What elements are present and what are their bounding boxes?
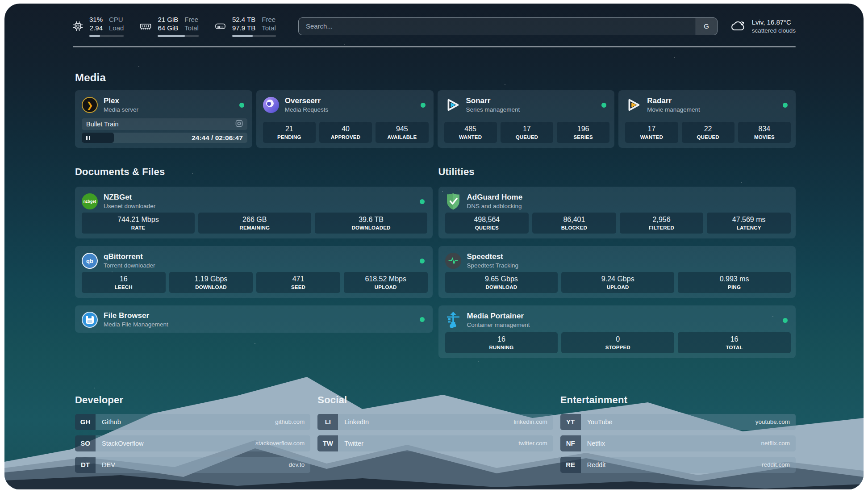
stat-value: 9.65 Gbps bbox=[447, 275, 556, 284]
stat-box: 1.19 Gbps DOWNLOAD bbox=[169, 272, 253, 293]
weather-location: Lviv, 16.87°C bbox=[752, 18, 796, 27]
app-card-sonarr[interactable]: Sonarr Series management 485 WANTED bbox=[438, 90, 615, 148]
app-card-overseerr[interactable]: Overseerr Media Requests 21 PENDING bbox=[256, 90, 434, 148]
stat-value: 9.24 Gbps bbox=[563, 275, 672, 284]
stat-label: STOPPED bbox=[563, 344, 672, 351]
stat-value: 40 bbox=[321, 125, 370, 134]
bookmark-row[interactable]: NF Netflix netflix.com bbox=[560, 435, 796, 451]
status-online-dot bbox=[783, 318, 788, 323]
status-online-dot bbox=[420, 199, 425, 204]
weather-condition: scattered clouds bbox=[752, 27, 796, 35]
bookmark-url: dev.to bbox=[289, 461, 305, 468]
stat-row: 9.65 Gbps DOWNLOAD 9.24 Gbps UPLOAD 0.99… bbox=[445, 272, 791, 293]
status-online-dot bbox=[421, 103, 426, 108]
stat-label: AVAILABLE bbox=[377, 134, 426, 141]
bookmark-name: DEV bbox=[102, 461, 115, 468]
bookmark-row[interactable]: TW Twitter twitter.com bbox=[317, 435, 553, 451]
stat-label: DOWNLOAD bbox=[171, 284, 251, 291]
app-card-filebrowser[interactable]: File Browser Media File Management bbox=[75, 305, 433, 333]
bookmark-row[interactable]: RE Reddit reddit.com bbox=[560, 457, 796, 473]
bookmark-row[interactable]: LI LinkedIn linkedin.com bbox=[317, 414, 553, 430]
stat-box: 618.52 Mbps UPLOAD bbox=[344, 272, 428, 293]
filebrowser-icon bbox=[82, 312, 98, 328]
stat-label: QUEUED bbox=[684, 134, 733, 141]
cpu-progress-fill bbox=[89, 35, 100, 37]
bookmark-abbr: TW bbox=[317, 435, 338, 451]
ram-free-value: 21 GiB bbox=[158, 15, 178, 24]
bookmark-row[interactable]: SO StackOverflow stackoverflow.com bbox=[75, 435, 310, 451]
pause-icon[interactable] bbox=[86, 136, 90, 140]
stat-value: 39.6 TB bbox=[317, 215, 426, 224]
app-card-qbittorrent[interactable]: qb qBittorrent Torrent downloader 16 LEE bbox=[75, 246, 433, 298]
stat-box: 39.6 TB DOWNLOADED bbox=[315, 213, 428, 234]
app-card-plex[interactable]: ❯ Plex Media server Bullet Train bbox=[75, 90, 252, 148]
bookmark-abbr: LI bbox=[317, 414, 338, 430]
stat-label: DOWNLOADED bbox=[317, 224, 426, 231]
bookmark-list: GH Github github.com SO StackOverflow st… bbox=[75, 414, 310, 473]
section-title-developer: Developer bbox=[75, 394, 310, 406]
app-card-nzbget[interactable]: nzbget NZBGet Usenet downloader 744.21 M… bbox=[75, 187, 433, 238]
section-title-media: Media bbox=[75, 71, 796, 84]
bookmark-url: youtube.com bbox=[755, 418, 790, 425]
playback-progress-bar[interactable]: 24:44 / 02:06:47 bbox=[82, 133, 247, 143]
disk-total-label: Total bbox=[262, 24, 276, 32]
search-engine-button[interactable]: G bbox=[696, 18, 717, 35]
stat-value: 744.21 Mbps bbox=[83, 215, 193, 224]
bookmark-list: LI LinkedIn linkedin.com TW Twitter twit… bbox=[317, 414, 553, 451]
stat-box: 266 GB REMAINING bbox=[198, 213, 311, 234]
stat-value: 1.19 Gbps bbox=[171, 275, 251, 284]
app-card-adguard[interactable]: AdGuard Home DNS and adblocking 498,564 … bbox=[438, 187, 796, 238]
app-description: Movie management bbox=[647, 106, 700, 114]
app-card-speedtest[interactable]: Speedtest Speedtest Tracking 9.65 Gbps D… bbox=[438, 246, 796, 298]
app-description: DNS and adblocking bbox=[467, 202, 523, 210]
bookmark-row[interactable]: GH Github github.com bbox=[75, 414, 310, 430]
documents-column: Documents & Files nzbget NZBGet Usenet d… bbox=[75, 158, 433, 358]
stat-value: 196 bbox=[559, 125, 608, 134]
stat-box: 485 WANTED bbox=[444, 122, 497, 143]
stat-row: 21 PENDING 40 APPROVED 945 AVAILABLE bbox=[263, 122, 429, 143]
status-online-dot bbox=[783, 103, 788, 108]
weather-widget[interactable]: Lviv, 16.87°C scattered clouds bbox=[730, 18, 796, 35]
stat-value: 16 bbox=[83, 275, 164, 284]
stat-row: 16 RUNNING 0 STOPPED 16 TOTAL bbox=[445, 332, 791, 353]
utilities-column: Utilities AdGuard Home bbox=[438, 158, 796, 358]
stat-label: UPLOAD bbox=[346, 284, 426, 291]
portainer-icon bbox=[445, 312, 461, 328]
stat-label: QUEUED bbox=[502, 134, 551, 141]
stat-value: 618.52 Mbps bbox=[346, 275, 426, 284]
bookmark-abbr: DT bbox=[75, 457, 96, 473]
disk-free-label: Free bbox=[262, 15, 276, 24]
stat-box: 834 MOVIES bbox=[738, 122, 791, 143]
ram-total-label: Total bbox=[184, 24, 199, 32]
cpu-load-value: 2.94 bbox=[89, 24, 103, 32]
app-name: Overseerr bbox=[285, 96, 329, 106]
stat-value: 17 bbox=[627, 125, 676, 134]
playback-progress-fill bbox=[82, 133, 114, 143]
overseerr-icon bbox=[263, 97, 279, 113]
stat-box: 196 SERIES bbox=[557, 122, 609, 143]
stat-box: 17 QUEUED bbox=[501, 122, 553, 143]
stat-value: 21 bbox=[265, 125, 314, 134]
app-card-radarr[interactable]: Radarr Movie management 17 WANTED 22 bbox=[618, 90, 796, 148]
stat-label: QUERIES bbox=[447, 224, 527, 231]
bookmark-row[interactable]: YT YouTube youtube.com bbox=[560, 414, 796, 430]
app-description: Media File Management bbox=[104, 321, 168, 329]
status-online-dot bbox=[239, 103, 244, 108]
stat-box: 17 WANTED bbox=[625, 122, 678, 143]
ram-progress-fill bbox=[158, 35, 184, 37]
bookmark-row[interactable]: DT DEV dev.to bbox=[75, 457, 310, 473]
speedtest-icon bbox=[445, 253, 461, 269]
bookmark-url: twitter.com bbox=[518, 440, 547, 447]
stat-label: LEECH bbox=[83, 284, 164, 291]
stat-box: 0 STOPPED bbox=[561, 332, 674, 353]
nzbget-icon: nzbget bbox=[82, 193, 98, 209]
stat-value: 471 bbox=[258, 275, 338, 284]
entertainment-bookmarks: Entertainment YT YouTube youtube.com NF … bbox=[560, 386, 796, 472]
stat-label: RUNNING bbox=[447, 344, 556, 351]
dashboard-main: Media ❯ Plex Media server Bullet Train bbox=[4, 71, 864, 473]
app-card-portainer[interactable]: Media Portainer Container management 16 … bbox=[438, 305, 796, 358]
app-name: qBittorrent bbox=[104, 252, 155, 262]
search-input[interactable] bbox=[299, 18, 696, 35]
section-title-entertainment: Entertainment bbox=[560, 394, 796, 406]
stat-label: UPLOAD bbox=[563, 284, 672, 291]
